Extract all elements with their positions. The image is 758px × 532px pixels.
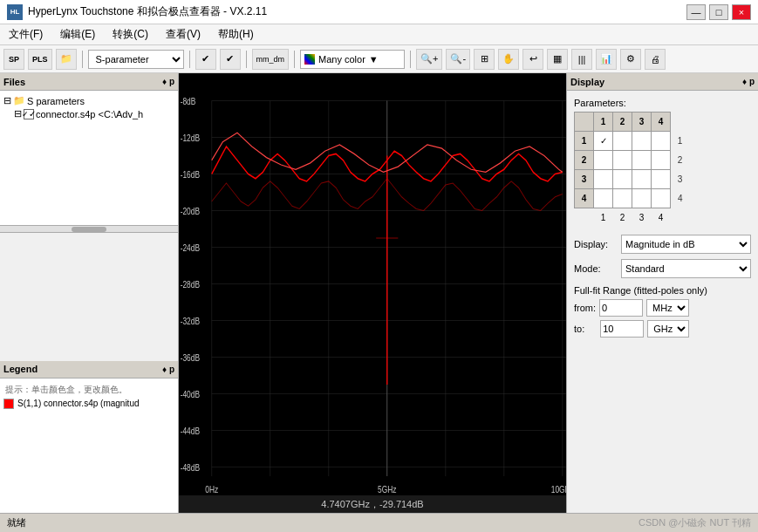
maximize-button[interactable]: □ xyxy=(709,4,728,20)
grid-cell-3-2[interactable] xyxy=(613,170,632,189)
check2-btn[interactable]: ✔ xyxy=(220,49,241,70)
menu-file[interactable]: 文件(F) xyxy=(3,25,48,44)
grid-row-1: 1 xyxy=(575,132,594,151)
right-num-3: 3 xyxy=(671,170,690,189)
chart-coordinates: 4.7407GHz，-29.714dB xyxy=(321,498,423,511)
grid-bot-2: 2 xyxy=(613,208,632,228)
grid-col-4: 4 xyxy=(652,113,671,132)
grid-corner xyxy=(575,113,594,132)
chart-type2-btn[interactable]: 📊 xyxy=(596,49,617,70)
fullfit-section: Full-fit Range (fitted-poles only) from:… xyxy=(574,285,751,338)
files-title: Files xyxy=(3,77,25,87)
tree-child-label: connector.s4p <C:\Adv_h xyxy=(36,109,143,119)
from-input[interactable] xyxy=(599,299,643,317)
zoom-in-btn[interactable]: 🔍+ xyxy=(416,49,442,70)
grid-cell-2-3[interactable] xyxy=(632,151,652,170)
svg-rect-0 xyxy=(179,73,566,513)
chart-type-btn[interactable]: ||| xyxy=(571,49,592,70)
display-select[interactable]: Magnitude in dB xyxy=(621,235,751,254)
menu-edit[interactable]: 编辑(E) xyxy=(55,25,100,44)
to-unit-select[interactable]: GHz xyxy=(647,320,689,338)
close-button[interactable]: × xyxy=(732,4,751,20)
color-mode-dropdown[interactable]: Many color ▼ xyxy=(300,50,405,69)
from-label: from: xyxy=(574,303,596,313)
file-checkbox[interactable]: ✓ xyxy=(24,109,34,119)
grid-cell-1-1[interactable]: ✓ xyxy=(594,132,613,151)
grid-row-2: 2 xyxy=(575,151,594,170)
grid-cell-2-4[interactable] xyxy=(652,151,671,170)
params-grid-container: 1 2 3 4 1 ✓ 1 2 xyxy=(574,112,751,228)
legend-item: S(1,1) connector.s4p (magnitud xyxy=(3,398,174,410)
tree-child: ⊟ ✓ connector.s4p <C:\Adv_h xyxy=(3,107,174,120)
chart-area[interactable]: -8dB -12dB -16dB -20dB -24dB -28dB -32dB… xyxy=(179,73,566,513)
toolbar-btn-1[interactable]: SP xyxy=(3,49,24,70)
csdn-watermark: CSDN @小磁余 NUT 刊精 xyxy=(638,516,751,529)
grid-btn[interactable]: ▦ xyxy=(547,49,568,70)
svg-text:-36dB: -36dB xyxy=(181,352,200,363)
pan-btn[interactable]: ✋ xyxy=(498,49,519,70)
zoom-out-btn[interactable]: 🔍- xyxy=(446,49,470,70)
svg-text:-20dB: -20dB xyxy=(181,206,200,216)
grid-cell-4-2[interactable] xyxy=(613,189,632,208)
toolbar-btn-2[interactable]: PLS xyxy=(28,49,52,70)
dropdown-arrow: ▼ xyxy=(369,54,379,65)
svg-text:-16dB: -16dB xyxy=(181,169,200,180)
display-pin[interactable]: ♦ p xyxy=(742,77,755,86)
right-num-space xyxy=(671,113,690,132)
grid-bot-1: 1 xyxy=(594,208,613,228)
svg-text:-24dB: -24dB xyxy=(181,242,200,253)
check-btn[interactable]: ✔ xyxy=(195,49,216,70)
status-bar: 就绪 CSDN @小磁余 NUT 刊精 xyxy=(0,513,758,532)
sep5 xyxy=(410,51,411,68)
minimize-button[interactable]: — xyxy=(686,4,706,20)
svg-text:-44dB: -44dB xyxy=(181,426,200,436)
grid-cell-4-4[interactable] xyxy=(652,189,671,208)
from-unit-select[interactable]: MHz xyxy=(646,299,689,317)
print-btn[interactable]: 🖨 xyxy=(645,49,666,70)
grid-cell-1-4[interactable] xyxy=(652,132,671,151)
files-content: ⊟ 📁 S parameters ⊟ ✓ connector.s4p <C:\A… xyxy=(0,91,178,226)
sep1 xyxy=(82,51,83,68)
to-input[interactable] xyxy=(600,320,644,338)
unit-btn[interactable]: mm_dm xyxy=(252,49,290,70)
grid-cell-2-1[interactable] xyxy=(594,151,613,170)
sub-expand-icon[interactable]: ⊟ xyxy=(14,108,22,119)
svg-text:0Hz: 0Hz xyxy=(205,484,218,494)
settings-btn[interactable]: ⚙ xyxy=(620,49,641,70)
marker-btn[interactable]: ↩ xyxy=(522,49,543,70)
zoom-fit-btn[interactable]: ⊞ xyxy=(474,49,495,70)
app-icon: HL xyxy=(7,4,23,20)
grid-row-3: 3 xyxy=(575,170,594,189)
files-header: Files ♦ p xyxy=(0,73,178,91)
mode-select[interactable]: Standard xyxy=(621,259,751,278)
menu-convert[interactable]: 转换(C) xyxy=(107,25,154,44)
files-pin[interactable]: ♦ p xyxy=(162,77,174,86)
svg-text:-12dB: -12dB xyxy=(181,133,200,143)
window-controls[interactable]: — □ × xyxy=(686,4,751,20)
menu-help[interactable]: 帮助(H) xyxy=(213,25,259,44)
right-num-4: 4 xyxy=(671,189,690,208)
svg-text:10GHz: 10GHz xyxy=(551,484,566,494)
toolbar-btn-3[interactable]: 📁 xyxy=(56,49,77,70)
sep4 xyxy=(294,51,295,68)
files-scroll[interactable] xyxy=(0,226,178,233)
grid-cell-4-1[interactable] xyxy=(594,189,613,208)
grid-bot-4: 4 xyxy=(652,208,671,228)
mode-field: Mode: Standard xyxy=(574,259,751,278)
menu-view[interactable]: 查看(V) xyxy=(160,25,206,44)
grid-cell-3-4[interactable] xyxy=(652,170,671,189)
menu-bar: 文件(F) 编辑(E) 转换(C) 查看(V) 帮助(H) xyxy=(0,24,758,45)
legend-color-swatch[interactable] xyxy=(3,399,14,409)
grid-cell-1-2[interactable] xyxy=(613,132,632,151)
grid-cell-1-3[interactable] xyxy=(632,132,652,151)
grid-cell-2-2[interactable] xyxy=(613,151,632,170)
legend-pin[interactable]: ♦ p xyxy=(162,365,174,374)
expand-icon[interactable]: ⊟ xyxy=(3,95,11,106)
folder-icon: 📁 xyxy=(13,95,25,106)
grid-cell-4-3[interactable] xyxy=(632,189,652,208)
grid-cell-3-1[interactable] xyxy=(594,170,613,189)
title-bar: HL HyperLynx Touchstone 和拟合极点查看器 - VX.2.… xyxy=(0,0,758,24)
grid-cell-3-3[interactable] xyxy=(632,170,652,189)
param-type-select[interactable]: S-parameter xyxy=(88,50,184,69)
status-text: 就绪 xyxy=(7,516,26,529)
